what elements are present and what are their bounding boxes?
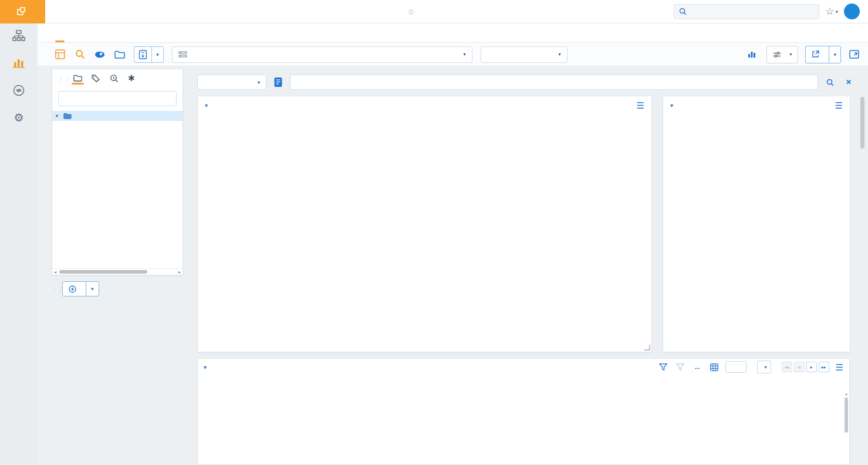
filter-icon[interactable] (657, 361, 669, 373)
content-analysis-button[interactable]: ▾ (766, 46, 798, 63)
scrollbar-thumb[interactable] (860, 97, 864, 149)
chevron-down-icon: ▾ (789, 52, 792, 57)
export-split-button: ▾ (805, 46, 841, 63)
tab-documents[interactable] (52, 23, 68, 42)
folder-icon[interactable] (114, 49, 126, 60)
widget-menu-icon[interactable]: ☰ (835, 101, 843, 110)
tab-search-terms-reports[interactable] (75, 23, 92, 42)
nav-item-promote[interactable] (0, 78, 38, 106)
chevron-down-icon: ▾ (258, 80, 260, 85)
scrollbar-thumb[interactable] (59, 270, 147, 274)
str-key-terms-widget: ▾ ☰ (663, 96, 850, 352)
view-eye-icon[interactable] (94, 49, 106, 60)
last-page-button[interactable]: ▸▸ (819, 362, 829, 372)
global-search[interactable] (674, 4, 819, 19)
processing-hierarchy-icon (12, 30, 25, 42)
saved-terms-icon[interactable] (271, 75, 285, 89)
nav-item-workspace-setup[interactable]: ⚙ (0, 106, 38, 133)
promote-sync-icon (12, 84, 25, 97)
chevron-down-icon: ▾ (464, 52, 466, 57)
widget-resize-handle[interactable] (644, 345, 650, 351)
folder-tree-panel: ⋮⋮ ✱ ▾ (52, 69, 183, 275)
widget-collapse-caret[interactable]: ▾ (205, 102, 208, 109)
scroll-left-arrow[interactable]: ◂ (52, 269, 58, 275)
avatar[interactable] (844, 4, 860, 19)
global-search-input[interactable] (690, 8, 810, 16)
chevron-down-icon: ▾ (835, 9, 838, 15)
list-vertical-scrollbar[interactable]: ▴ (844, 392, 849, 463)
tree-tab-highlights[interactable]: ✱ (128, 75, 135, 85)
tree-tab-saved-search[interactable] (110, 74, 119, 85)
tree-tab-folders[interactable] (73, 75, 82, 85)
star-icon: ☆ (825, 5, 834, 18)
page-tabs (38, 23, 868, 43)
tree-filter-input[interactable] (58, 91, 177, 106)
page-number-input[interactable] (725, 361, 747, 373)
search-icon (826, 79, 834, 86)
gear-icon: ⚙ (13, 112, 23, 124)
panel-drag-handle[interactable]: ⋮⋮ (58, 78, 64, 81)
str-bar-chart[interactable] (663, 114, 850, 349)
next-page-button[interactable]: ▸ (806, 362, 817, 372)
dashboard-vertical-scrollbar[interactable] (860, 96, 864, 348)
term-search-bar: ▾ ✕ (197, 75, 854, 90)
cluster-sunburst-chart[interactable] (278, 114, 572, 348)
tree-root-node[interactable]: ▾ (52, 111, 183, 121)
chevron-down-icon: ▾ (559, 52, 561, 57)
scrollbar-thumb[interactable] (845, 397, 848, 433)
list-menu-icon[interactable]: ☰ (836, 363, 843, 372)
scroll-up-arrow[interactable]: ▴ (844, 392, 849, 396)
app-header: ☆ ☆ ▾ (0, 0, 868, 23)
first-page-button[interactable]: ◂◂ (782, 362, 792, 372)
tab-structured-analytics-sets[interactable] (99, 23, 115, 42)
grid-view-icon[interactable] (54, 49, 66, 60)
term-search-input[interactable] (290, 75, 818, 90)
column-resize-icon[interactable]: ↔ (691, 361, 703, 373)
documents-toolbar: ▾ ▾ ▾ (38, 43, 868, 66)
app-logo[interactable] (0, 0, 45, 23)
favorites-menu[interactable]: ☆ ▾ (825, 5, 838, 18)
prev-page-button[interactable]: ◂ (794, 362, 805, 372)
search-mode-select[interactable]: ▾ (197, 75, 266, 90)
scroll-right-arrow[interactable]: ▸ (177, 269, 183, 275)
open-folder-icon (63, 113, 72, 119)
condition-split-button: ▾ (62, 281, 99, 296)
widget-collapse-caret[interactable]: ▾ (670, 102, 673, 109)
search-button[interactable] (826, 79, 836, 86)
folder-tree: ▾ (52, 111, 183, 268)
widget-menu-icon[interactable]: ☰ (637, 101, 644, 110)
left-nav-rail: ⚙ (0, 23, 38, 465)
logo-squares-icon (17, 7, 26, 16)
export-button[interactable] (806, 46, 829, 63)
tree-collapse-caret[interactable]: ▾ (56, 113, 60, 119)
add-widget-button[interactable] (748, 50, 759, 58)
condition-button[interactable] (63, 282, 86, 296)
save-search-icon[interactable] (134, 47, 151, 62)
document-scope-select[interactable]: ▾ (172, 46, 472, 63)
search-icon (679, 8, 687, 15)
clear-filter-icon[interactable] (674, 361, 686, 373)
search-documents-icon[interactable] (74, 49, 86, 60)
scope-icon (178, 51, 187, 58)
export-chevron[interactable]: ▾ (829, 46, 840, 63)
nav-item-processing[interactable] (0, 23, 38, 50)
related-items-select[interactable]: ▾ (481, 46, 568, 63)
tag-icon (92, 75, 100, 82)
table-view-icon[interactable] (708, 361, 720, 373)
plus-circle-icon (69, 285, 76, 293)
chevron-down-icon: ▾ (765, 365, 767, 370)
clear-button[interactable]: ✕ (846, 78, 854, 86)
breadcrumb: ☆ (397, 0, 415, 23)
save-search-chevron[interactable]: ▾ (151, 47, 163, 62)
condition-chevron[interactable]: ▾ (86, 282, 99, 296)
save-search-split-button: ▾ (134, 46, 164, 63)
tree-horizontal-scrollbar[interactable]: ◂ ▸ (52, 268, 183, 275)
condition-drag-handle[interactable]: ⋮⋮ (52, 288, 58, 291)
dashboard-expand-icon[interactable] (848, 49, 860, 60)
widget-collapse-caret[interactable]: ▾ (204, 364, 207, 370)
favorite-star-icon[interactable]: ☆ (407, 7, 415, 16)
tree-tab-tags[interactable] (92, 75, 100, 85)
export-icon (812, 50, 819, 58)
per-page-select[interactable]: ▾ (757, 360, 771, 373)
nav-item-eca[interactable] (0, 50, 38, 78)
